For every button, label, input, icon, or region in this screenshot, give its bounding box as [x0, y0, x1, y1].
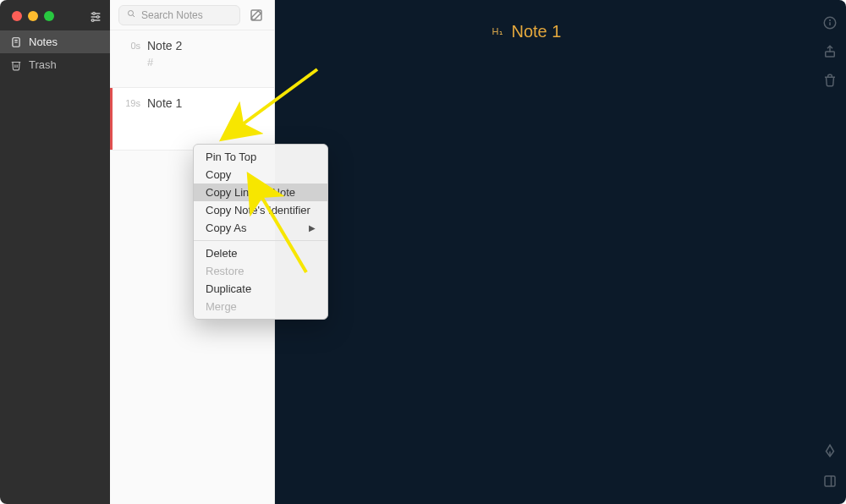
svg-point-3 [93, 13, 96, 15]
share-icon[interactable] [822, 44, 838, 59]
svg-rect-17 [825, 476, 835, 486]
app-window: Notes Trash Search Notes 0s Note 2 [0, 0, 846, 504]
search-icon [126, 8, 136, 21]
editor-pane[interactable]: H₁ Note 1 [275, 0, 846, 504]
note-list-item[interactable]: 19s Note 1 [110, 88, 274, 151]
pen-icon[interactable] [822, 443, 838, 462]
context-menu-item-delete[interactable]: Delete [194, 244, 327, 262]
context-menu-item-copy-identifier[interactable]: Copy Note's Identifier [194, 201, 327, 219]
info-icon[interactable] [822, 15, 838, 30]
editor-note-title[interactable]: Note 1 [512, 22, 562, 41]
svg-point-9 [129, 11, 134, 16]
svg-point-4 [96, 16, 99, 19]
context-menu-item-copy[interactable]: Copy [194, 166, 327, 184]
h1-badge: H₁ [492, 26, 503, 37]
trash-icon [10, 59, 22, 71]
sidebar-item-notes[interactable]: Notes [0, 30, 110, 53]
sidebar-item-label: Trash [29, 58, 57, 71]
search-input[interactable]: Search Notes [118, 5, 240, 25]
svg-rect-15 [826, 52, 835, 57]
settings-sliders-icon[interactable] [89, 10, 102, 27]
trash-icon[interactable] [822, 73, 838, 88]
svg-point-5 [91, 19, 94, 22]
context-menu: Pin To Top Copy Copy Link To Note Copy N… [193, 144, 328, 320]
editor-bottom-toolbar [822, 443, 838, 492]
note-title: Note 1 [147, 96, 262, 110]
sidebar-item-trash[interactable]: Trash [0, 53, 110, 76]
context-menu-item-duplicate[interactable]: Duplicate [194, 280, 327, 298]
note-time: 19s [122, 96, 147, 138]
window-controls [12, 11, 54, 21]
note-heading-row: H₁ Note 1 [241, 0, 812, 41]
note-snippet: # [147, 56, 262, 68]
context-menu-item-pin[interactable]: Pin To Top [194, 148, 327, 166]
search-placeholder: Search Notes [141, 9, 203, 21]
svg-line-10 [133, 15, 135, 17]
context-menu-item-copy-as[interactable]: Copy As▶ [194, 219, 327, 237]
sidebar-item-label: Notes [29, 36, 58, 48]
context-menu-item-restore: Restore [194, 262, 327, 280]
editor-right-toolbar [822, 15, 838, 88]
context-menu-separator [194, 240, 327, 241]
zoom-window-button[interactable] [44, 11, 54, 21]
context-menu-item-copy-link[interactable]: Copy Link To Note [194, 184, 327, 201]
submenu-arrow-icon: ▶ [309, 223, 316, 233]
context-menu-item-merge: Merge [194, 298, 327, 315]
note-icon [10, 36, 22, 48]
svg-point-14 [830, 20, 831, 21]
minimize-window-button[interactable] [28, 11, 38, 21]
panel-icon[interactable] [822, 474, 838, 492]
note-time: 0s [122, 39, 147, 75]
sidebar: Notes Trash [0, 0, 110, 504]
close-window-button[interactable] [12, 11, 22, 21]
